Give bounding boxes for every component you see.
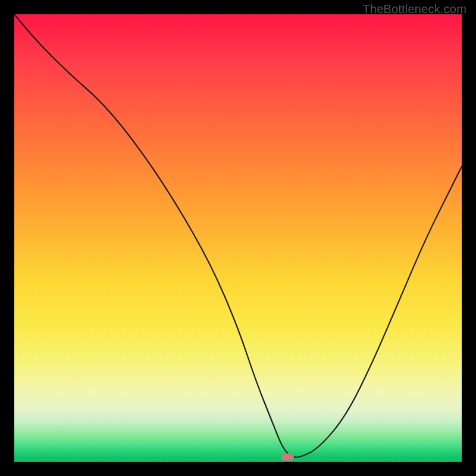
optimal-marker [281,453,294,461]
bottleneck-curve [14,14,462,457]
plot-area [14,14,462,462]
watermark: TheBottleneck.com [362,2,466,16]
curve-svg [14,14,462,462]
